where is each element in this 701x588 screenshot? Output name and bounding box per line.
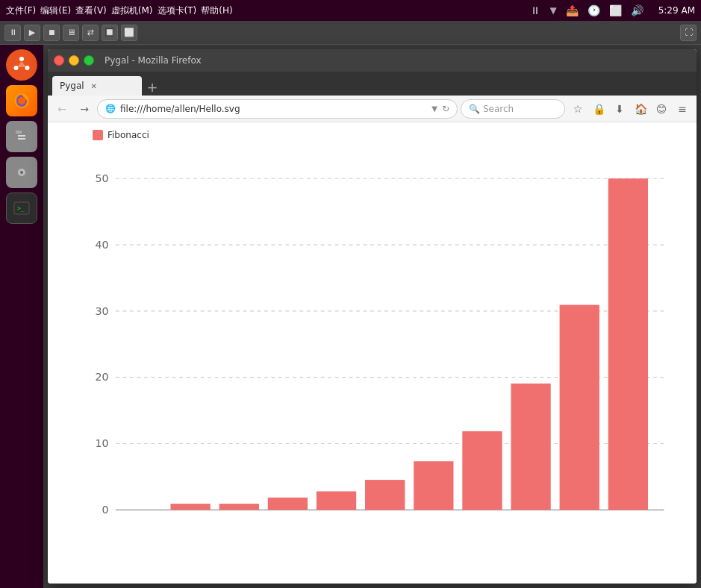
svg-rect-6 (16, 132, 28, 143)
nav-action-buttons: ☆ 🔒 ⬇ 🏠 😊 ≡ (568, 99, 692, 119)
svg-point-5 (18, 97, 25, 104)
back-button[interactable]: ← (52, 99, 72, 119)
home-button[interactable]: 🏠 (631, 99, 650, 119)
svg-point-1 (19, 57, 24, 61)
bar-7 (462, 431, 502, 510)
menu-help[interactable]: 帮助(H) (201, 4, 232, 17)
browser-window: Pygal - Mozilla Firefox Pygal ✕ + ← → 🌐 … (48, 49, 697, 584)
bar-6 (414, 461, 453, 510)
menu-file[interactable]: 文件(F) (6, 4, 36, 17)
browser-tab-pygal[interactable]: Pygal ✕ (52, 76, 142, 96)
vm-pause-icon[interactable]: ⏸ (530, 4, 540, 16)
tab-label: Pygal (60, 81, 84, 91)
search-box[interactable]: 🔍 Search (461, 99, 565, 119)
svg-text:10: 10 (96, 437, 109, 449)
sidebar-firefox-icon[interactable] (6, 85, 37, 116)
bar-1 (170, 504, 210, 510)
browser-titlebar: Pygal - Mozilla Firefox (48, 49, 697, 72)
time-display: 5:29 AM (658, 5, 695, 16)
window-minimize-button[interactable] (69, 55, 79, 66)
menu-view[interactable]: 查看(V) (75, 4, 107, 17)
vm-audio-icon[interactable]: 🔊 (631, 4, 644, 16)
window-maximize-button[interactable] (84, 55, 94, 66)
svg-rect-7 (16, 131, 22, 134)
legend-color-box (93, 130, 103, 140)
legend-label: Fibonacci (108, 130, 149, 140)
svg-rect-8 (18, 135, 25, 137)
bar-3 (268, 498, 308, 510)
chart-svg-area: 0 10 20 30 40 50 (63, 148, 682, 572)
svg-point-3 (25, 66, 30, 70)
address-refresh-icon[interactable]: ↻ (442, 104, 449, 114)
bookmark-button[interactable]: ☆ (568, 99, 588, 119)
desktop: >_ Pygal - Mozilla Firefox Pygal ✕ + ← →… (0, 45, 701, 588)
toolbar-btn-4[interactable]: 🖥 (63, 25, 79, 41)
sidebar-terminal-icon[interactable]: >_ (6, 193, 37, 224)
search-placeholder: Search (483, 104, 514, 114)
toolbar-btn-1[interactable]: ⏸ (4, 25, 21, 41)
svg-rect-9 (18, 138, 25, 140)
sidebar-ubuntu-icon[interactable] (6, 49, 37, 81)
toolbar-btn-2[interactable]: ▶ (24, 25, 40, 41)
svg-text:30: 30 (96, 305, 109, 317)
bar-8 (511, 384, 550, 510)
toolbar-btn-3[interactable]: ⏹ (43, 25, 60, 41)
menu-items[interactable]: 文件(F) 编辑(E) 查看(V) 虚拟机(M) 选项卡(T) 帮助(H) (6, 4, 233, 17)
address-dropdown-icon[interactable]: ▼ (431, 104, 437, 113)
address-lock-icon: 🌐 (105, 104, 116, 113)
svg-text:40: 40 (96, 239, 109, 251)
bar-2 (219, 504, 259, 510)
address-text: file:///home/allen/Hello.svg (120, 104, 427, 114)
forward-button[interactable]: → (75, 99, 94, 119)
top-right-controls: ⏸ ▼ 📤 🕐 ⬜ 🔊 5:29 AM (530, 4, 695, 16)
address-bar[interactable]: 🌐 file:///home/allen/Hello.svg ▼ ↻ (97, 99, 458, 119)
bar-5 (365, 480, 405, 510)
sidebar-files-icon[interactable] (6, 121, 37, 152)
user-button[interactable]: 😊 (652, 99, 671, 119)
browser-tabs: Pygal ✕ + (48, 72, 697, 96)
search-icon: 🔍 (469, 104, 480, 114)
browser-navbar: ← → 🌐 file:///home/allen/Hello.svg ▼ ↻ 🔍… (48, 96, 697, 122)
menu-button[interactable]: ≡ (673, 99, 692, 119)
browser-title: Pygal - Mozilla Firefox (105, 55, 201, 66)
top-menubar: 文件(F) 编辑(E) 查看(V) 虚拟机(M) 选项卡(T) 帮助(H) ⏸ … (0, 0, 701, 21)
svg-point-2 (14, 66, 19, 70)
bar-4 (317, 491, 356, 510)
vm-settings-icon[interactable]: ▼ (549, 5, 556, 16)
chart-legend: Fibonacci (93, 130, 682, 140)
vm-clock-icon[interactable]: 🕐 (588, 4, 600, 16)
browser-content: Fibonacci (48, 122, 697, 584)
svg-text:20: 20 (96, 371, 109, 383)
vm-toolbar: ⏸ ▶ ⏹ 🖥 ⇄ 🔲 ⬜ ⛶ (0, 21, 701, 45)
svg-text:50: 50 (96, 172, 109, 184)
chart-container: Fibonacci (63, 130, 682, 576)
tab-close-button[interactable]: ✕ (89, 81, 99, 91)
menu-tabs[interactable]: 选项卡(T) (158, 4, 197, 17)
svg-point-12 (20, 171, 23, 174)
sidebar-settings-icon[interactable] (6, 157, 37, 188)
toolbar-btn-5[interactable]: ⇄ (82, 25, 99, 41)
download-button[interactable]: ⬇ (610, 99, 629, 119)
menu-vm[interactable]: 虚拟机(M) (111, 4, 153, 17)
toolbar-btn-6[interactable]: 🔲 (102, 25, 118, 41)
new-tab-button[interactable]: + (143, 78, 161, 96)
vm-fullscreen-icon[interactable]: ⬜ (609, 4, 622, 16)
bar-10 (608, 178, 648, 510)
bar-9 (560, 305, 599, 510)
menu-edit[interactable]: 编辑(E) (40, 4, 71, 17)
toolbar-btn-7[interactable]: ⬜ (121, 25, 137, 41)
toolbar-btn-fullscreen[interactable]: ⛶ (680, 25, 697, 41)
window-close-button[interactable] (54, 55, 64, 66)
sidebar: >_ (0, 45, 43, 588)
svg-text:>_: >_ (17, 205, 25, 212)
bar-chart-svg: 0 10 20 30 40 50 (63, 148, 682, 572)
download-pdf-button[interactable]: 🔒 (589, 99, 608, 119)
svg-text:0: 0 (102, 504, 109, 516)
vm-send-icon[interactable]: 📤 (566, 4, 579, 16)
